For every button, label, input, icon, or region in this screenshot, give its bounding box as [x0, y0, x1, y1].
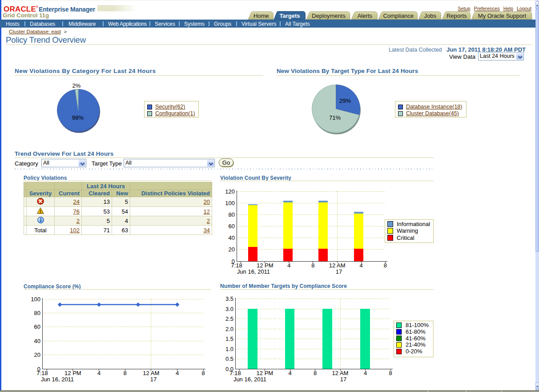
svg-text:8: 8 [314, 370, 317, 376]
svg-text:100: 100 [225, 200, 235, 206]
svg-text:17: 17 [336, 268, 342, 275]
svg-text:4: 4 [287, 262, 290, 269]
svg-text:71%: 71% [329, 114, 341, 121]
svg-text:8: 8 [384, 262, 387, 269]
svg-text:12 AM: 12 AM [329, 262, 346, 269]
svg-text:Jun 16, 2011: Jun 16, 2011 [233, 376, 266, 383]
svg-text:17: 17 [150, 376, 157, 383]
svg-text:2.0: 2.0 [225, 326, 233, 332]
svg-text:12 AM: 12 AM [143, 370, 159, 376]
svg-text:Jobs: Jobs [424, 12, 437, 19]
svg-text:7:18: 7:18 [229, 370, 241, 376]
svg-text:4: 4 [97, 370, 101, 376]
svg-text:17: 17 [340, 376, 346, 383]
svg-text:7:18: 7:18 [36, 370, 48, 376]
svg-text:Jun 16, 2011: Jun 16, 2011 [41, 376, 74, 383]
svg-text:Critical: Critical [397, 234, 414, 241]
svg-text:3.0: 3.0 [225, 306, 233, 312]
svg-text:12 AM: 12 AM [332, 370, 349, 376]
svg-text:Deployments: Deployments [312, 12, 346, 19]
svg-text:Compliance: Compliance [383, 12, 414, 19]
svg-text:8: 8 [201, 370, 205, 376]
svg-text:60: 60 [229, 223, 235, 230]
svg-text:12 PM: 12 PM [257, 370, 274, 376]
svg-text:80: 80 [229, 211, 235, 218]
svg-text:12 PM: 12 PM [257, 262, 274, 269]
svg-text:1.0: 1.0 [225, 346, 233, 352]
svg-text:41-60%: 41-60% [406, 335, 426, 342]
svg-text:2%: 2% [72, 82, 81, 89]
svg-text:4: 4 [288, 370, 291, 376]
svg-text:0.5: 0.5 [225, 356, 233, 362]
svg-text:20: 20 [34, 352, 40, 358]
svg-text:12 PM: 12 PM [64, 370, 81, 376]
svg-text:Jun 16, 2011: Jun 16, 2011 [237, 268, 270, 275]
svg-text:29%: 29% [339, 97, 351, 104]
svg-text:61-80%: 61-80% [406, 328, 426, 335]
svg-text:Alerts: Alerts [358, 12, 373, 19]
svg-text:Informational: Informational [397, 221, 430, 227]
svg-text:7:18: 7:18 [231, 262, 242, 269]
svg-text:Targets: Targets [280, 12, 300, 19]
svg-text:98%: 98% [72, 114, 84, 121]
svg-text:60: 60 [34, 323, 40, 330]
svg-text:8: 8 [389, 370, 392, 376]
svg-text:4: 4 [360, 262, 363, 269]
svg-text:My Oracle Support: My Oracle Support [478, 12, 527, 19]
svg-text:40: 40 [229, 234, 235, 241]
svg-text:4: 4 [364, 370, 367, 376]
svg-text:20: 20 [229, 246, 235, 253]
svg-text:2.5: 2.5 [225, 315, 233, 322]
svg-text:8: 8 [311, 262, 314, 269]
svg-text:4: 4 [176, 370, 179, 376]
svg-text:Home: Home [253, 12, 269, 19]
svg-text:0-20%: 0-20% [406, 348, 422, 355]
svg-text:81-100%: 81-100% [406, 322, 429, 328]
svg-text:Warning: Warning [397, 227, 418, 234]
svg-text:Reports: Reports [446, 12, 467, 19]
svg-text:21-40%: 21-40% [406, 341, 426, 348]
svg-text:120: 120 [225, 188, 235, 195]
svg-text:8: 8 [124, 370, 127, 376]
svg-text:80: 80 [34, 310, 40, 316]
svg-text:100: 100 [31, 296, 40, 303]
svg-text:3.5: 3.5 [225, 295, 233, 302]
svg-text:1.5: 1.5 [225, 335, 233, 342]
svg-text:40: 40 [34, 338, 40, 344]
